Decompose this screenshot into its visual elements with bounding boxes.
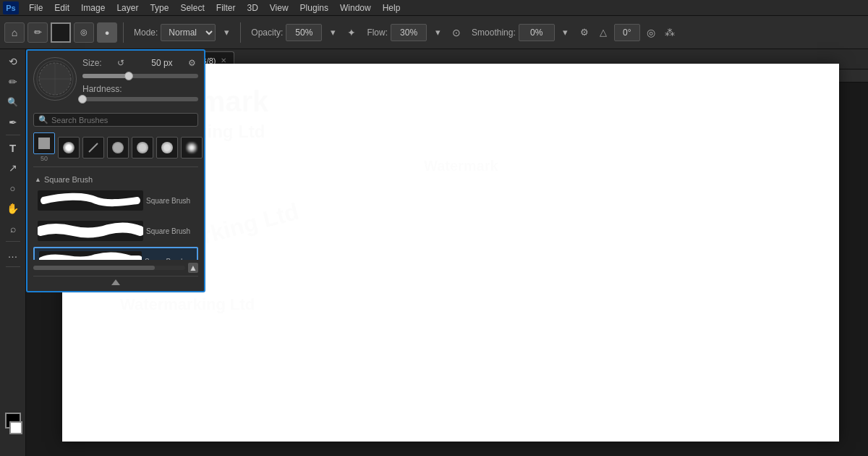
brush-stroke-1 — [38, 190, 143, 211]
left-tool-pencil[interactable]: ✏ — [4, 72, 22, 91]
brush-group-1-name: Square Brush — [44, 175, 93, 184]
ps-logo: Ps — [3, 1, 19, 14]
angle-icon[interactable]: △ — [595, 25, 611, 41]
smoothing-input[interactable] — [519, 24, 555, 41]
brush-type-square-label: 50 — [41, 155, 48, 162]
left-tool-zoom[interactable]: ⌕ — [4, 219, 22, 238]
brush-item-2-name: Square Brush — [143, 227, 194, 235]
menu-layer[interactable]: Layer — [111, 1, 144, 14]
size-value: 50 px — [140, 58, 173, 68]
menu-image[interactable]: Image — [75, 1, 111, 14]
smoothing-arrow-icon[interactable]: ▾ — [558, 25, 574, 41]
brush-list: ▲ Square Brush Square Brush Square Brush — [33, 173, 198, 260]
brush-type-hard2[interactable] — [132, 137, 153, 159]
flow-input[interactable] — [391, 24, 427, 41]
mode-arrow-icon[interactable]: ▾ — [218, 25, 234, 41]
hardness-slider-track[interactable] — [82, 97, 198, 101]
watermark-5: Watermark — [424, 158, 498, 174]
left-tool-eyedropper[interactable]: ✒ — [4, 113, 22, 132]
brush-item-3[interactable]: Squre Brush — [33, 247, 198, 260]
left-tool-path[interactable]: ↗ — [4, 159, 22, 177]
scroll-up-btn[interactable]: ▲ — [188, 263, 198, 273]
brush-preview — [33, 57, 77, 101]
color-swatch[interactable] — [51, 22, 71, 43]
angle-input[interactable] — [614, 24, 640, 41]
watermark-4: Watermarking Ltd — [120, 295, 255, 314]
left-sep-2 — [6, 241, 20, 242]
svg-line-5 — [89, 143, 98, 152]
menu-help[interactable]: Help — [377, 1, 407, 14]
left-panel: ⟲ ✏ 🔍 ✒ T ↗ ○ ✋ ⌕ … — [0, 49, 26, 456]
size-slider-track[interactable] — [82, 74, 198, 78]
brush-item-1-name: Square Brush — [143, 197, 194, 205]
brush-item-2[interactable]: Square Brush — [33, 216, 198, 245]
hardness-slider-thumb[interactable] — [78, 95, 87, 104]
svg-point-4 — [39, 63, 71, 95]
menu-select[interactable]: Select — [174, 1, 210, 14]
size-row: Size: ↺ 50 px ⚙ — [82, 56, 198, 69]
menu-type[interactable]: Type — [144, 1, 174, 14]
toolbar-sep-2 — [240, 22, 241, 43]
left-tool-hand[interactable]: ✋ — [4, 199, 22, 218]
brush-type-pen[interactable] — [82, 137, 104, 159]
left-tool-more[interactable]: … — [4, 245, 22, 263]
opacity-label: Opacity: — [251, 28, 283, 38]
brush-group-1-label: ▲ Square Brush — [33, 173, 198, 186]
toolbar-sep-1 — [123, 22, 124, 43]
horizontal-scrollbar[interactable] — [33, 266, 155, 270]
left-tool-brush[interactable]: ⟲ — [4, 52, 22, 71]
brush-stroke-3 — [39, 251, 142, 260]
brush-popup: Size: ↺ 50 px ⚙ Hardness: — [26, 49, 205, 292]
menu-file[interactable]: File — [23, 1, 48, 14]
search-input[interactable] — [51, 116, 193, 124]
left-sep-1 — [6, 135, 20, 135]
menu-view[interactable]: View — [264, 1, 294, 14]
menu-window[interactable]: Window — [334, 1, 377, 14]
menu-bar: Ps File Edit Image Layer Type Select Fil… — [0, 0, 868, 16]
bg-color-swatch[interactable] — [9, 421, 22, 434]
brush-types-row: 50 — [33, 132, 198, 167]
mode-dropdown[interactable]: Normal Multiply Screen Overlay — [161, 24, 216, 41]
settings-icon[interactable]: ⚙ — [576, 25, 592, 41]
brush-type-scatter[interactable] — [181, 137, 203, 159]
airbrush-icon[interactable]: ✦ — [344, 25, 359, 41]
brush-item-1[interactable]: Square Brush — [33, 186, 198, 215]
toolbar: ⌂ ✏ ◎ ● Mode: Normal Multiply Screen Ove… — [0, 16, 868, 49]
toggle-erase-button[interactable]: ◎ — [74, 22, 94, 43]
brush-tool-button[interactable]: ✏ — [27, 22, 48, 43]
smoothing-label: Smoothing: — [472, 28, 516, 38]
symmetry-icon[interactable]: ⁂ — [662, 25, 678, 41]
opacity-input[interactable] — [286, 24, 322, 41]
menu-3d[interactable]: 3D — [241, 1, 263, 14]
menu-edit[interactable]: Edit — [48, 1, 75, 14]
left-tool-text[interactable]: T — [4, 138, 22, 157]
popup-footer — [33, 276, 198, 285]
left-tool-ellipse[interactable]: ○ — [4, 179, 22, 198]
brush-type-hard1[interactable] — [107, 137, 129, 159]
home-button[interactable]: ⌂ — [4, 22, 25, 43]
popup-collapse-btn[interactable] — [111, 279, 120, 285]
left-sep-3 — [6, 266, 20, 267]
size-slider-thumb[interactable] — [124, 72, 133, 80]
hardness-row: Hardness: — [82, 84, 198, 94]
mode-label: Mode: — [134, 28, 158, 38]
size-settings-btn[interactable]: ⚙ — [185, 56, 198, 69]
target-icon[interactable]: ◎ — [643, 25, 659, 41]
brush-type-soft[interactable] — [58, 137, 80, 159]
search-icon: 🔍 — [38, 115, 48, 124]
menu-filter[interactable]: Filter — [210, 1, 242, 14]
size-reset-btn[interactable]: ↺ — [114, 56, 127, 69]
flow-arrow-icon[interactable]: ▾ — [430, 25, 446, 41]
left-tool-search[interactable]: 🔍 — [4, 93, 22, 111]
brush-type-square[interactable] — [33, 132, 55, 154]
brush-stroke-2 — [38, 221, 143, 241]
brush-type-hard3[interactable] — [156, 137, 178, 159]
size-slider-fill — [82, 74, 129, 78]
hardness-label: Hardness: — [82, 84, 122, 94]
flow-label: Flow: — [367, 28, 388, 38]
toggle-brush-button[interactable]: ● — [97, 22, 117, 43]
brush-item-3-name: Squre Brush — [142, 258, 192, 261]
menu-plugins[interactable]: Plugins — [294, 1, 334, 14]
opacity-arrow-icon[interactable]: ▾ — [325, 25, 341, 41]
flow-toggle-icon[interactable]: ⊙ — [448, 25, 464, 41]
